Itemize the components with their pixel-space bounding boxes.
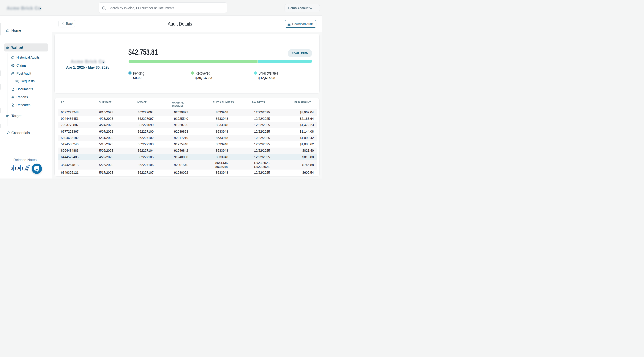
svg-text:S: S [10,166,13,170]
svg-text:T: T [14,166,17,170]
svg-text:T: T [21,166,24,170]
svg-text:A: A [18,166,20,170]
